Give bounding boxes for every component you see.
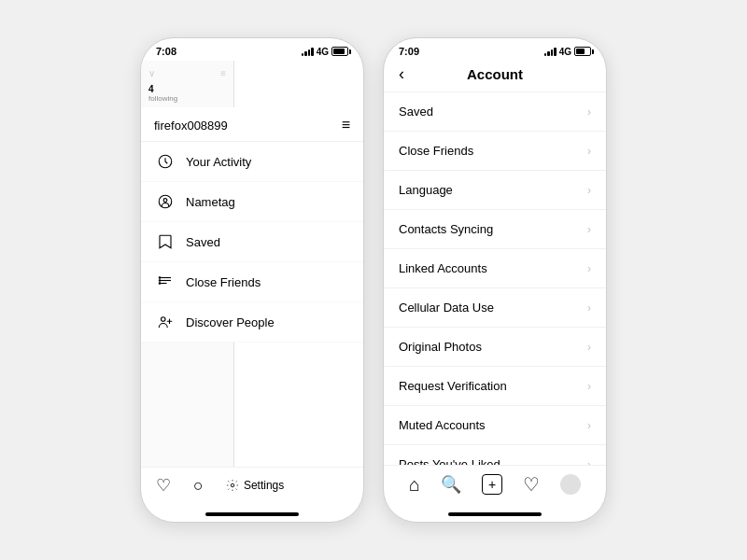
- close-friends-label: Close Friends: [186, 275, 261, 289]
- list-item-language[interactable]: Language ›: [384, 171, 606, 210]
- request-verification-label: Request Verification: [399, 379, 507, 393]
- left-phone: 7:08 4G ∨ ≡: [140, 37, 364, 523]
- svg-point-6: [163, 199, 167, 203]
- user-nav-icon[interactable]: [560, 474, 581, 495]
- gear-icon: [226, 479, 239, 492]
- chevron-icon: ›: [587, 223, 591, 236]
- svg-point-13: [162, 317, 166, 322]
- menu-item-discover-people[interactable]: Discover People: [141, 302, 363, 343]
- your-activity-label: Your Activity: [186, 155, 251, 169]
- list-item-request-verification[interactable]: Request Verification ›: [384, 367, 606, 406]
- bookmark-icon: [156, 232, 175, 251]
- close-friends-item-label: Close Friends: [399, 144, 473, 158]
- right-phone: 7:09 4G ‹ Account Sav: [383, 37, 607, 523]
- left-content: ∨ ≡ 4 following profile r profile: [141, 61, 363, 467]
- menu-item-saved[interactable]: Saved: [141, 222, 363, 262]
- dropdown-username: firefox008899: [154, 119, 228, 133]
- settings-label: Settings: [244, 479, 284, 492]
- list-icon: [156, 273, 175, 291]
- home-icon[interactable]: ⌂: [409, 474, 420, 496]
- left-time: 7:08: [156, 46, 176, 57]
- chevron-icon: ›: [587, 105, 591, 119]
- following-count: 4: [148, 84, 177, 94]
- right-signal-icon: [544, 47, 557, 56]
- right-time: 7:09: [399, 46, 419, 57]
- chevron-icon: ›: [587, 380, 591, 393]
- cellular-data-label: Cellular Data Use: [399, 301, 494, 315]
- dropdown-header: firefox008899 ≡: [141, 107, 363, 142]
- add-icon[interactable]: +: [482, 474, 502, 495]
- people-icon: [156, 313, 175, 331]
- posts-liked-label: Posts You've Liked: [399, 457, 500, 465]
- dropdown-menu: firefox008899 ≡ Your Activity: [141, 107, 363, 343]
- heart-icon[interactable]: ♡: [156, 475, 171, 496]
- account-list: Saved › Close Friends › Language › Conta…: [384, 92, 606, 465]
- profile-nav-icon[interactable]: ○: [193, 476, 204, 496]
- svg-point-10: [159, 277, 161, 279]
- following-label: following: [148, 94, 177, 103]
- muted-accounts-label: Muted Accounts: [399, 418, 486, 432]
- nametag-label: Nametag: [186, 195, 235, 209]
- search-icon[interactable]: 🔍: [441, 474, 461, 495]
- svg-point-14: [231, 483, 234, 487]
- chevron-icon: ›: [587, 419, 591, 432]
- chevron-down-icon: ∨: [148, 68, 155, 78]
- nametag-icon: [156, 192, 175, 211]
- right-status-bar: 7:09 4G: [384, 38, 606, 61]
- heart-nav-icon[interactable]: ♡: [523, 473, 540, 496]
- discover-people-label: Discover People: [186, 315, 275, 329]
- saved-item-label: Saved: [399, 105, 433, 119]
- right-battery-icon: [574, 47, 591, 56]
- list-item-close-friends[interactable]: Close Friends ›: [384, 132, 606, 171]
- right-network: 4G: [559, 47, 571, 57]
- list-item-muted-accounts[interactable]: Muted Accounts ›: [384, 406, 606, 445]
- list-item-contacts-syncing[interactable]: Contacts Syncing ›: [384, 210, 606, 249]
- right-status-right: 4G: [544, 47, 591, 57]
- profile-top: ∨ ≡: [141, 68, 233, 84]
- menu-icon[interactable]: ≡: [342, 117, 350, 133]
- menu-item-nametag[interactable]: Nametag: [141, 182, 363, 222]
- hamburger-icon[interactable]: ≡: [220, 68, 226, 78]
- linked-accounts-label: Linked Accounts: [399, 261, 487, 275]
- account-header: ‹ Account: [384, 61, 606, 92]
- left-bottom-nav: ♡ ○ Settings: [141, 467, 363, 509]
- chevron-icon: ›: [587, 458, 591, 466]
- svg-point-12: [159, 283, 161, 285]
- battery-icon: [331, 47, 348, 56]
- svg-point-11: [159, 280, 161, 282]
- chevron-icon: ›: [587, 184, 591, 197]
- list-item-original-photos[interactable]: Original Photos ›: [384, 328, 606, 367]
- signal-icon: [302, 47, 314, 56]
- saved-label: Saved: [186, 235, 220, 249]
- left-status-right: 4G: [302, 47, 348, 57]
- original-photos-label: Original Photos: [399, 340, 482, 354]
- left-status-bar: 7:08 4G: [141, 38, 363, 61]
- profile-stats: 4 following: [141, 84, 233, 106]
- dropdown-overlay: firefox008899 ≡ Your Activity: [141, 107, 363, 467]
- list-item-linked-accounts[interactable]: Linked Accounts ›: [384, 249, 606, 288]
- menu-item-close-friends[interactable]: Close Friends: [141, 262, 363, 302]
- list-item-posts-liked[interactable]: Posts You've Liked ›: [384, 445, 606, 465]
- chevron-icon: ›: [587, 301, 591, 315]
- menu-item-your-activity[interactable]: Your Activity: [141, 142, 363, 182]
- activity-icon: [156, 152, 175, 171]
- back-button[interactable]: ‹: [399, 64, 421, 84]
- chevron-icon: ›: [587, 262, 591, 275]
- list-item-saved[interactable]: Saved ›: [384, 92, 606, 132]
- right-bottom-nav: ⌂ 🔍 + ♡: [384, 465, 606, 509]
- account-title: Account: [421, 66, 569, 82]
- list-item-cellular-data[interactable]: Cellular Data Use ›: [384, 288, 606, 328]
- left-network: 4G: [317, 47, 329, 57]
- language-item-label: Language: [399, 183, 453, 197]
- chevron-icon: ›: [587, 341, 591, 354]
- chevron-icon: ›: [587, 145, 591, 158]
- settings-nav[interactable]: Settings: [226, 479, 284, 492]
- contacts-syncing-label: Contacts Syncing: [399, 222, 493, 236]
